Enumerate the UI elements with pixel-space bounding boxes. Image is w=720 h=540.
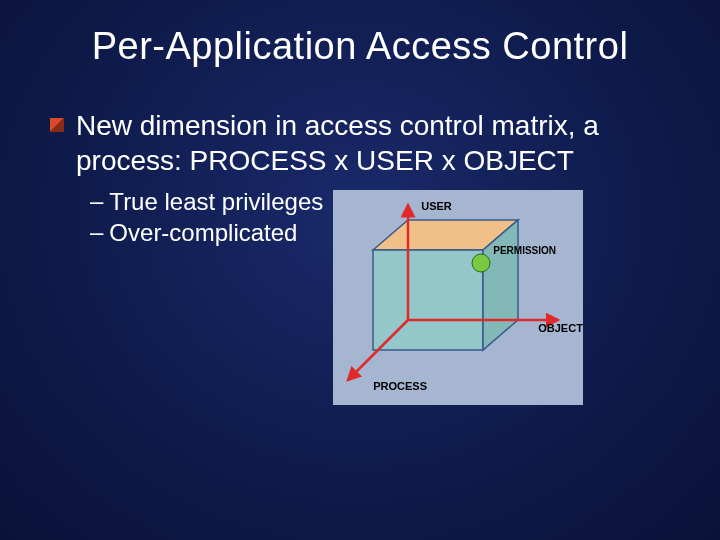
content-row: – True least privileges – Over-complicat… xyxy=(50,186,670,405)
sub-bullet-text: True least privileges xyxy=(109,186,323,217)
svg-point-6 xyxy=(472,254,490,272)
cube-diagram: USER PERMISSION OBJECT PROCESS xyxy=(333,190,583,405)
square-bullet-icon xyxy=(50,118,64,132)
sub-bullet-item: – True least privileges xyxy=(90,186,323,217)
axis-label-process: PROCESS xyxy=(373,380,427,392)
dash-icon: – xyxy=(90,187,103,215)
slide: Per-Application Access Control New dimen… xyxy=(0,0,720,540)
sub-bullet-list: – True least privileges – Over-complicat… xyxy=(50,186,323,248)
axis-label-object: OBJECT xyxy=(538,322,583,334)
svg-marker-4 xyxy=(373,250,483,350)
sub-bullet-text: Over-complicated xyxy=(109,217,297,248)
axis-label-user: USER xyxy=(421,200,452,212)
bullet-text: New dimension in access control matrix, … xyxy=(76,108,670,178)
point-label-permission: PERMISSION xyxy=(493,245,556,256)
dash-icon: – xyxy=(90,218,103,246)
cube-svg xyxy=(333,190,583,405)
slide-title: Per-Application Access Control xyxy=(50,25,670,68)
bullet-item: New dimension in access control matrix, … xyxy=(50,108,670,178)
sub-bullet-item: – Over-complicated xyxy=(90,217,323,248)
